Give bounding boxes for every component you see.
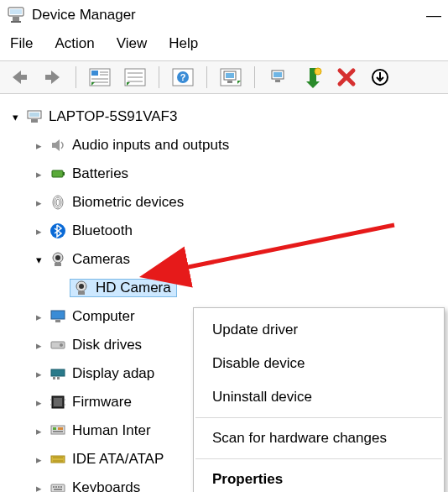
tree-node-biometric[interactable]: Biometric devices [7, 188, 445, 217]
svg-rect-52 [54, 398, 62, 406]
svg-point-39 [55, 255, 60, 260]
node-label: Keyboards [69, 479, 140, 492]
svg-rect-65 [53, 486, 55, 488]
svg-point-27 [315, 68, 321, 75]
tree-node-audio[interactable]: Audio inputs and outputs [7, 131, 445, 160]
svg-rect-25 [275, 80, 280, 82]
node-label: Audio inputs and outputs [69, 137, 229, 154]
svg-rect-44 [51, 311, 65, 319]
svg-rect-59 [58, 427, 63, 430]
hid-icon [47, 422, 69, 439]
disable-device-button[interactable] [366, 65, 394, 90]
details-button[interactable] [85, 65, 115, 90]
node-label: Biometric devices [69, 194, 184, 211]
chevron-right-icon[interactable] [30, 396, 47, 409]
menubar: File Action View Help [0, 30, 448, 60]
svg-rect-50 [57, 377, 60, 379]
chevron-down-icon[interactable] [7, 111, 23, 123]
scan-refresh-button[interactable] [216, 65, 246, 90]
update-driver-button[interactable] [299, 65, 327, 90]
svg-point-36 [56, 199, 60, 206]
battery-icon [47, 165, 69, 182]
chevron-right-icon[interactable] [30, 196, 47, 209]
chevron-right-icon[interactable] [30, 311, 47, 323]
chevron-right-icon[interactable] [30, 139, 47, 152]
svg-point-47 [60, 343, 63, 347]
firmware-icon [47, 394, 69, 411]
node-label: Disk drives [69, 337, 142, 353]
svg-rect-4 [20, 75, 27, 80]
svg-rect-58 [53, 427, 56, 430]
menu-separator [195, 458, 442, 459]
svg-rect-60 [53, 431, 63, 432]
menu-help[interactable]: Help [169, 35, 198, 52]
toolbar: ? [0, 60, 448, 94]
chevron-right-icon[interactable] [30, 482, 47, 493]
svg-rect-1 [10, 9, 22, 14]
svg-rect-30 [29, 113, 39, 117]
node-label: Human Inter [69, 422, 151, 439]
context-properties[interactable]: Properties [194, 463, 444, 492]
toolbar-separator [159, 66, 159, 88]
svg-rect-22 [227, 81, 232, 83]
menu-separator [195, 417, 442, 418]
node-label: Batteries [69, 165, 128, 182]
chevron-right-icon[interactable] [30, 168, 47, 181]
context-scan-hardware[interactable]: Scan for hardware changes [194, 421, 444, 455]
chevron-right-icon[interactable] [30, 339, 47, 352]
tree-node-batteries[interactable]: Batteries [7, 160, 445, 188]
svg-rect-33 [63, 172, 65, 175]
menu-action[interactable]: Action [55, 35, 94, 52]
node-label: IDE ATA/ATAP [69, 451, 164, 468]
context-uninstall-device[interactable]: Uninstall device [194, 380, 444, 414]
svg-text:?: ? [180, 72, 186, 82]
chevron-right-icon[interactable] [30, 225, 47, 238]
speaker-icon [47, 137, 69, 154]
svg-rect-40 [55, 263, 61, 266]
minimize-button[interactable]: — [426, 7, 441, 24]
forward-button[interactable] [39, 65, 67, 90]
back-button[interactable] [5, 65, 34, 90]
svg-rect-31 [31, 119, 38, 123]
chevron-right-icon[interactable] [30, 368, 47, 380]
titlebar: Device Manager — [0, 0, 448, 30]
tree-node-cameras[interactable]: Cameras [7, 245, 445, 274]
svg-rect-32 [52, 170, 63, 177]
toolbar-separator [254, 66, 255, 88]
svg-point-42 [79, 284, 84, 289]
tree-leaf-hdcamera[interactable]: HD Camera [7, 274, 445, 302]
chevron-right-icon[interactable] [30, 425, 47, 437]
scan-hardware-button[interactable] [263, 65, 294, 90]
node-label: Bluetooth [69, 222, 133, 239]
node-label: Display adap [69, 365, 154, 382]
svg-rect-64 [51, 484, 65, 492]
svg-rect-66 [55, 486, 57, 488]
help-button[interactable]: ? [168, 65, 198, 90]
svg-rect-67 [58, 486, 60, 488]
context-update-driver[interactable]: Update driver [194, 313, 444, 347]
node-label: Computer [69, 308, 135, 325]
context-disable-device[interactable]: Disable device [194, 347, 444, 380]
tree-root[interactable]: LAPTOP-5S91VAF3 [7, 102, 445, 131]
disk-icon [47, 337, 69, 353]
window-title: Device Manager [32, 7, 136, 24]
menu-view[interactable]: View [117, 35, 148, 52]
svg-rect-24 [273, 72, 282, 77]
monitor-icon [47, 308, 69, 325]
uninstall-device-button[interactable] [332, 65, 361, 90]
device-manager-icon [7, 5, 25, 26]
chevron-down-icon[interactable] [30, 254, 47, 266]
bluetooth-icon [47, 222, 69, 239]
menu-file[interactable]: File [10, 35, 33, 52]
tree-node-bluetooth[interactable]: Bluetooth [7, 217, 445, 245]
camera-icon [47, 251, 69, 268]
chevron-right-icon[interactable] [30, 453, 47, 466]
display-adapter-icon [47, 365, 69, 382]
node-label: Firmware [69, 394, 132, 411]
list-button[interactable] [120, 65, 150, 90]
svg-rect-61 [51, 456, 65, 463]
svg-rect-69 [54, 489, 62, 490]
svg-rect-68 [60, 486, 62, 488]
svg-rect-21 [226, 73, 234, 78]
root-label: LAPTOP-5S91VAF3 [45, 108, 177, 125]
